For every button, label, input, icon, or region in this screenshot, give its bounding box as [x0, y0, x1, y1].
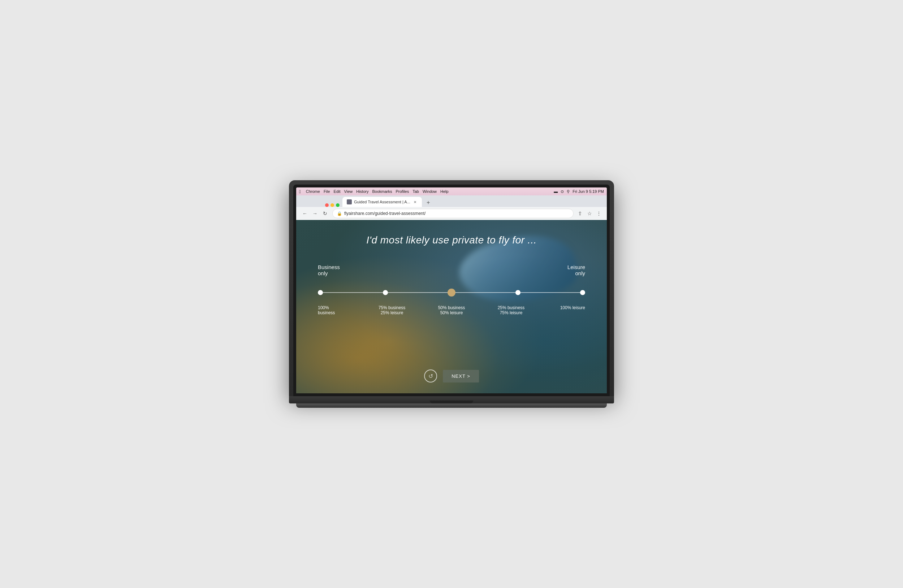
menu-help[interactable]: Help [440, 189, 448, 193]
tab-close-button[interactable]: ✕ [412, 200, 418, 204]
slider-stop-1[interactable] [383, 290, 388, 295]
right-label: Leisureonly [568, 264, 585, 276]
left-label-text: Businessonly [318, 264, 340, 276]
status-bar-right: ▬ ⊙ ⚲ Fri Jun 9 5:19 PM [554, 189, 604, 194]
nav-buttons: ← → ↻ [300, 209, 329, 218]
slider-section: Businessonly Leisureonly [318, 264, 585, 315]
slider-track-container[interactable] [318, 287, 585, 298]
laptop-base [289, 396, 614, 403]
wifi-icon: ⊙ [561, 189, 564, 194]
menu-file[interactable]: File [324, 189, 330, 193]
slider-value-2: 50% business50% leisure [437, 305, 466, 315]
address-bar[interactable]: 🔒 flyairshare.com/guided-travel-assessme… [332, 209, 574, 218]
laptop-frame:  Chrome File Edit View History Bookmark… [289, 180, 614, 408]
slider-labels: Businessonly Leisureonly [318, 264, 585, 276]
slider-value-0: 100% business [318, 305, 347, 315]
webpage-content: I'd most likely use private to fly for .… [296, 220, 607, 393]
menu-tab[interactable]: Tab [412, 189, 419, 193]
question-title: I'd most likely use private to fly for .… [366, 234, 536, 246]
maximize-button[interactable] [336, 203, 340, 207]
slider-track [318, 292, 585, 293]
lock-icon: 🔒 [337, 211, 342, 216]
clock: Fri Jun 9 5:19 PM [573, 189, 604, 193]
url-text: flyairshare.com/guided-travel-assessment… [344, 211, 425, 216]
search-icon[interactable]: ⚲ [567, 189, 569, 194]
reset-icon-symbol: ↺ [428, 373, 433, 380]
chrome-address-bar: ← → ↻ 🔒 flyairshare.com/guided-travel-as… [296, 207, 607, 220]
menu-view[interactable]: View [344, 189, 353, 193]
menu-profiles[interactable]: Profiles [396, 189, 409, 193]
battery-icon: ▬ [554, 189, 558, 193]
laptop-body:  Chrome File Edit View History Bookmark… [289, 180, 614, 396]
screen-bezel:  Chrome File Edit View History Bookmark… [293, 185, 610, 396]
menu-history[interactable]: History [356, 189, 368, 193]
close-button[interactable] [325, 203, 329, 207]
browser-tab-active[interactable]: Guided Travel Assessment | A... ✕ [342, 197, 422, 207]
menu-window[interactable]: Window [423, 189, 437, 193]
new-tab-button[interactable]: + [424, 198, 433, 207]
chrome-tabs-bar: Guided Travel Assessment | A... ✕ + [296, 195, 607, 207]
menu-items: Chrome File Edit View History Bookmarks … [306, 189, 448, 193]
slider-stop-4[interactable] [580, 290, 585, 295]
slider-value-3: 25% business75% leisure [497, 305, 525, 315]
page-content: I'd most likely use private to fly for .… [296, 220, 607, 393]
menu-edit[interactable]: Edit [334, 189, 341, 193]
slider-stop-0[interactable] [318, 290, 323, 295]
traffic-lights [325, 203, 342, 207]
more-options-icon[interactable]: ⋮ [595, 210, 603, 217]
macos-menubar:  Chrome File Edit View History Bookmark… [296, 187, 607, 195]
laptop-foot [296, 403, 607, 408]
tab-favicon [347, 200, 352, 204]
minimize-button[interactable] [330, 203, 334, 207]
browser-window:  Chrome File Edit View History Bookmark… [296, 187, 607, 393]
bookmark-icon[interactable]: ☆ [586, 210, 593, 217]
slider-value-4: 100% leisure [556, 305, 585, 315]
slider-stops [318, 292, 585, 293]
next-button[interactable]: NEXT > [443, 370, 479, 382]
toolbar-actions: ⇧ ☆ ⋮ [576, 210, 603, 217]
reload-button[interactable]: ↻ [321, 209, 329, 218]
slider-stop-2-active[interactable] [448, 289, 455, 297]
slider-value-1: 75% business25% leisure [378, 305, 406, 315]
reset-button[interactable]: ↺ [424, 369, 437, 382]
apple-icon:  [299, 189, 301, 194]
share-icon[interactable]: ⇧ [576, 210, 584, 217]
slider-stop-3[interactable] [516, 290, 521, 295]
bottom-actions: ↺ NEXT > [424, 369, 479, 382]
left-label: Businessonly [318, 264, 340, 276]
menu-chrome[interactable]: Chrome [306, 189, 320, 193]
slider-values: 100% business 75% business25% leisure 50… [318, 305, 585, 315]
menu-bookmarks[interactable]: Bookmarks [372, 189, 392, 193]
back-button[interactable]: ← [300, 209, 309, 218]
right-label-text: Leisureonly [568, 264, 585, 276]
tab-title: Guided Travel Assessment | A... [354, 200, 410, 204]
forward-button[interactable]: → [311, 209, 319, 218]
